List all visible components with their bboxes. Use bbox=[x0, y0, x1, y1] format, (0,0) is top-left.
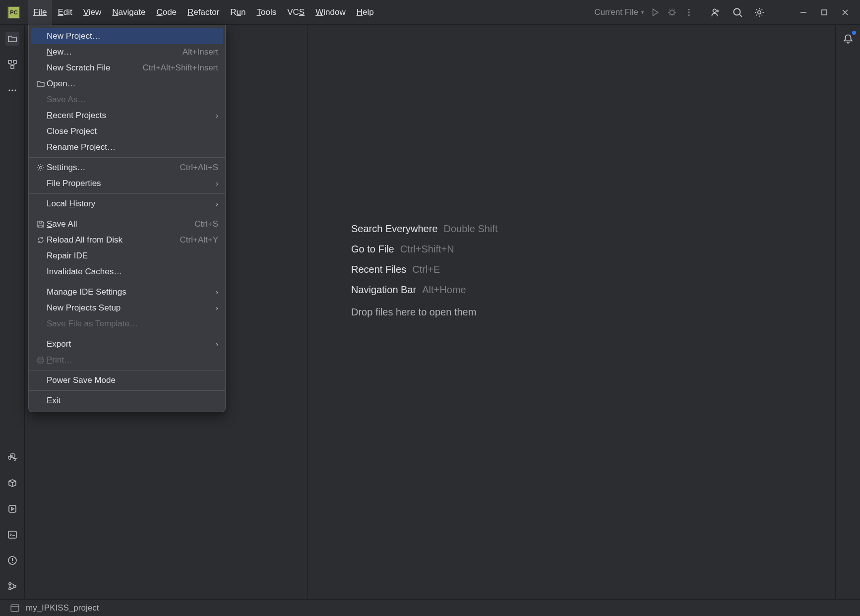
file-menu-dropdown: New Project… New… Alt+Insert New Scratch… bbox=[28, 25, 226, 412]
search-icon[interactable] bbox=[732, 7, 743, 18]
menu-invalidate-caches[interactable]: Invalidate Caches… bbox=[29, 264, 225, 280]
menu-export[interactable]: Export › bbox=[29, 336, 225, 352]
menu-new-scratch-file[interactable]: New Scratch File Ctrl+Alt+Shift+Insert bbox=[29, 60, 225, 76]
menu-separator bbox=[29, 193, 225, 194]
gear-icon bbox=[36, 164, 46, 172]
menu-power-save-mode[interactable]: Power Save Mode bbox=[29, 372, 225, 388]
window-close-button[interactable] bbox=[840, 7, 850, 17]
notifications-icon[interactable] bbox=[841, 32, 855, 46]
menu-item-label: Power Save Mode bbox=[47, 375, 218, 385]
menu-item-label: New Projects Setup bbox=[47, 303, 216, 313]
menu-run[interactable]: Run bbox=[225, 0, 251, 25]
hint-shortcut: Ctrl+E bbox=[412, 264, 440, 275]
menu-item-label: New Scratch File bbox=[47, 63, 142, 73]
menu-manage-ide-settings[interactable]: Manage IDE Settings › bbox=[29, 284, 225, 300]
structure-tool-icon[interactable] bbox=[5, 58, 19, 71]
menu-view[interactable]: View bbox=[78, 0, 107, 25]
menu-shortcut: Ctrl+Alt+S bbox=[180, 163, 218, 173]
menu-exit[interactable]: Exit bbox=[29, 393, 225, 409]
menu-item-label: Save File as Template… bbox=[47, 319, 218, 329]
hint-label: Search Everywhere bbox=[351, 223, 438, 235]
hint-label: Navigation Bar bbox=[351, 284, 416, 296]
menu-separator bbox=[29, 157, 225, 158]
menu-new-project[interactable]: New Project… bbox=[31, 28, 223, 44]
menu-vcs[interactable]: VCS bbox=[282, 0, 310, 25]
chevron-right-icon: › bbox=[216, 200, 218, 208]
menu-refactor[interactable]: Refactor bbox=[182, 0, 225, 25]
chevron-right-icon: › bbox=[216, 180, 218, 187]
svg-point-20 bbox=[40, 167, 42, 169]
hint-shortcut: Ctrl+Shift+N bbox=[400, 244, 454, 255]
save-icon bbox=[36, 220, 46, 228]
svg-rect-10 bbox=[11, 65, 14, 68]
svg-point-1 bbox=[688, 8, 689, 10]
hint-shortcut: Alt+Home bbox=[422, 284, 466, 296]
code-with-me-icon[interactable] bbox=[710, 7, 721, 18]
menu-navigate[interactable]: Navigate bbox=[107, 0, 151, 25]
menu-settings[interactable]: Settings… Ctrl+Alt+S bbox=[29, 160, 225, 176]
menu-save-all[interactable]: Save All Ctrl+S bbox=[29, 216, 225, 232]
hint-search-everywhere[interactable]: Search Everywhere Double Shift bbox=[351, 223, 498, 235]
more-tools-icon[interactable] bbox=[5, 83, 19, 97]
hint-recent-files[interactable]: Recent Files Ctrl+E bbox=[351, 264, 440, 275]
services-tool-icon[interactable] bbox=[5, 502, 19, 516]
menu-help[interactable]: Help bbox=[351, 0, 379, 25]
window-minimize-button[interactable] bbox=[799, 7, 808, 17]
menu-close-project[interactable]: Close Project bbox=[29, 123, 225, 139]
project-window-icon[interactable] bbox=[10, 604, 19, 613]
svg-rect-8 bbox=[8, 61, 11, 63]
hint-goto-file[interactable]: Go to File Ctrl+Shift+N bbox=[351, 244, 454, 255]
menu-window[interactable]: Window bbox=[310, 0, 351, 25]
menu-separator bbox=[29, 282, 225, 282]
app-icon: PC bbox=[7, 6, 20, 19]
left-rail-bottom-group bbox=[5, 450, 19, 593]
left-tool-rail bbox=[0, 25, 25, 599]
menu-file[interactable]: File bbox=[28, 0, 52, 25]
chevron-right-icon: › bbox=[216, 340, 218, 348]
run-config-selector[interactable]: Current File ▾ bbox=[594, 7, 644, 17]
run-button-icon[interactable] bbox=[650, 7, 661, 18]
hint-label: Recent Files bbox=[351, 264, 406, 275]
chevron-down-icon: ▾ bbox=[641, 9, 644, 15]
project-tool-icon[interactable] bbox=[5, 32, 19, 46]
chevron-right-icon: › bbox=[216, 288, 218, 296]
vcs-tool-icon[interactable] bbox=[5, 579, 19, 593]
reload-icon bbox=[36, 236, 46, 244]
menu-tools[interactable]: Tools bbox=[251, 0, 282, 25]
right-tool-rail bbox=[835, 25, 860, 599]
problems-tool-icon[interactable] bbox=[5, 554, 19, 567]
menu-save-file-as-template: Save File as Template… bbox=[29, 316, 225, 332]
titlebar: PC File Edit View Navigate Code Refactor… bbox=[0, 0, 860, 25]
window-maximize-button[interactable] bbox=[819, 7, 829, 17]
svg-rect-9 bbox=[13, 61, 16, 63]
hint-navigation-bar[interactable]: Navigation Bar Alt+Home bbox=[351, 284, 466, 296]
menu-print: Print… bbox=[29, 352, 225, 368]
settings-gear-icon[interactable] bbox=[754, 7, 765, 18]
menu-item-label: New Project… bbox=[47, 31, 218, 41]
terminal-tool-icon[interactable] bbox=[5, 528, 19, 542]
menu-new[interactable]: New… Alt+Insert bbox=[29, 44, 225, 60]
python-console-icon[interactable] bbox=[5, 450, 19, 464]
notification-dot-icon bbox=[852, 31, 856, 35]
menu-file-properties[interactable]: File Properties › bbox=[29, 176, 225, 191]
debug-button-icon[interactable] bbox=[667, 7, 677, 18]
menu-open[interactable]: Open… bbox=[29, 76, 225, 92]
menu-repair-ide[interactable]: Repair IDE bbox=[29, 248, 225, 264]
menu-item-label: Export bbox=[47, 339, 216, 349]
menu-item-label: Repair IDE bbox=[47, 251, 218, 261]
menu-reload-from-disk[interactable]: Reload All from Disk Ctrl+Alt+Y bbox=[29, 232, 225, 248]
menu-item-label: Local History bbox=[47, 199, 216, 209]
python-packages-icon[interactable] bbox=[5, 476, 19, 490]
menu-recent-projects[interactable]: Recent Projects › bbox=[29, 108, 225, 123]
chevron-right-icon: › bbox=[216, 304, 218, 312]
menu-rename-project[interactable]: Rename Project… bbox=[29, 139, 225, 155]
statusbar-project-name[interactable]: my_IPKISS_project bbox=[26, 603, 99, 613]
menu-item-label: Save As… bbox=[47, 95, 218, 105]
menu-local-history[interactable]: Local History › bbox=[29, 196, 225, 212]
menu-new-projects-setup[interactable]: New Projects Setup › bbox=[29, 300, 225, 316]
menu-code[interactable]: Code bbox=[151, 0, 182, 25]
more-actions-icon[interactable] bbox=[683, 7, 694, 18]
menu-item-label: Save All bbox=[47, 219, 194, 229]
menu-shortcut: Ctrl+S bbox=[194, 219, 218, 229]
menu-edit[interactable]: Edit bbox=[52, 0, 77, 25]
